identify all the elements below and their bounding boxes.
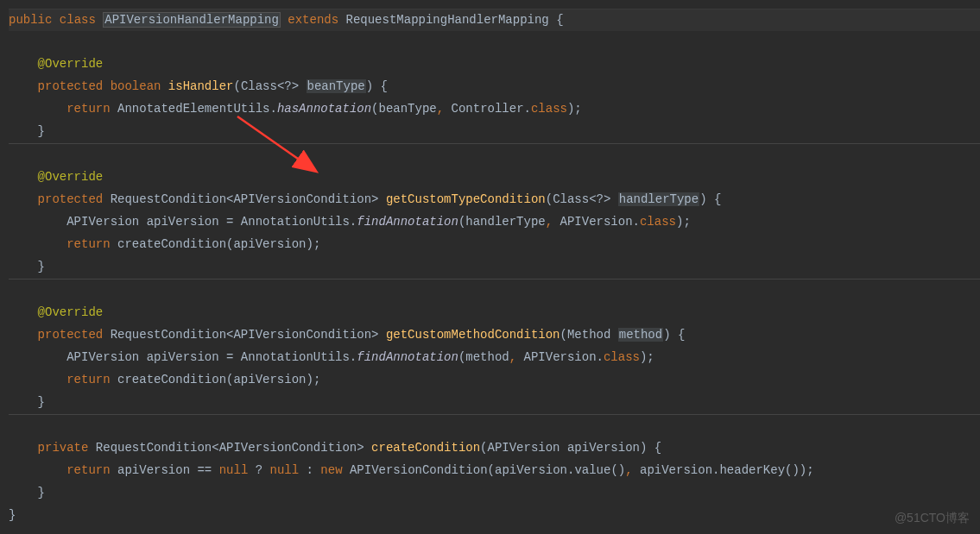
method-name: getCustomTypeCondition [386,192,546,206]
keyword-return: return [66,373,110,386]
keyword-extends: extends [288,13,338,27]
code-line[interactable]: @Override [9,302,980,324]
keyword-private: private [38,441,89,455]
code-line[interactable]: protected RequestCondition<APIVersionCon… [9,324,980,347]
annotation-override: @Override [38,170,104,184]
keyword-null: null [270,463,300,477]
class-name: APIVersionHandlerMapping [103,12,281,28]
code-line[interactable]: return apiVersion == null ? null : new A… [9,460,980,482]
code-line[interactable]: return createCondition(apiVersion); [9,234,980,256]
code-line[interactable]: } [9,482,980,505]
code-line[interactable]: public class APIVersionHandlerMapping ex… [9,9,980,31]
keyword-return: return [66,102,110,116]
code-line[interactable] [9,31,980,53]
code-line[interactable]: @Override [9,166,980,189]
keyword-return: return [66,237,110,251]
parameter: beanType [307,79,366,93]
code-line[interactable]: return AnnotatedElementUtils.hasAnnotati… [9,98,980,121]
code-line[interactable] [9,144,980,166]
code-line[interactable]: protected RequestCondition<APIVersionCon… [9,189,980,211]
code-line[interactable]: private RequestCondition<APIVersionCondi… [9,437,980,460]
keyword-boolean: boolean [111,79,161,93]
static-method: findAnnotation [357,215,458,229]
annotation-override: @Override [38,305,104,319]
parent-class: RequestMappingHandlerMapping [346,13,549,27]
static-method: hasAnnotation [277,102,371,116]
code-line[interactable]: return createCondition(apiVersion); [9,369,980,392]
static-method: findAnnotation [357,350,458,364]
method-name: createCondition [371,441,480,455]
code-line[interactable]: } [9,392,980,414]
annotation-override: @Override [38,57,104,71]
keyword-class: class [60,13,96,27]
keyword-protected: protected [38,192,104,206]
watermark: @51CTO博客 [895,507,970,530]
code-line[interactable]: @Override [9,53,980,76]
keyword-return: return [66,463,110,477]
code-line[interactable]: } [9,256,980,279]
parameter: method [618,328,663,342]
code-editor[interactable]: public class APIVersionHandlerMapping ex… [0,9,980,527]
keyword-new: new [320,463,342,477]
code-line[interactable]: } [9,121,980,143]
parameter: handlerType [618,192,699,206]
code-line[interactable] [9,280,980,302]
code-line[interactable] [9,415,980,437]
keyword-protected: protected [38,328,104,342]
code-line[interactable]: } [9,505,980,527]
code-line[interactable]: APIVersion apiVersion = AnnotationUtils.… [9,211,980,234]
keyword-null: null [219,463,249,477]
keyword-public: public [9,13,52,27]
method-name: getCustomMethodCondition [386,328,560,342]
code-line[interactable]: protected boolean isHandler(Class<?> bea… [9,76,980,98]
keyword-protected: protected [38,79,104,93]
method-name: isHandler [168,79,234,93]
code-line[interactable]: APIVersion apiVersion = AnnotationUtils.… [9,347,980,369]
